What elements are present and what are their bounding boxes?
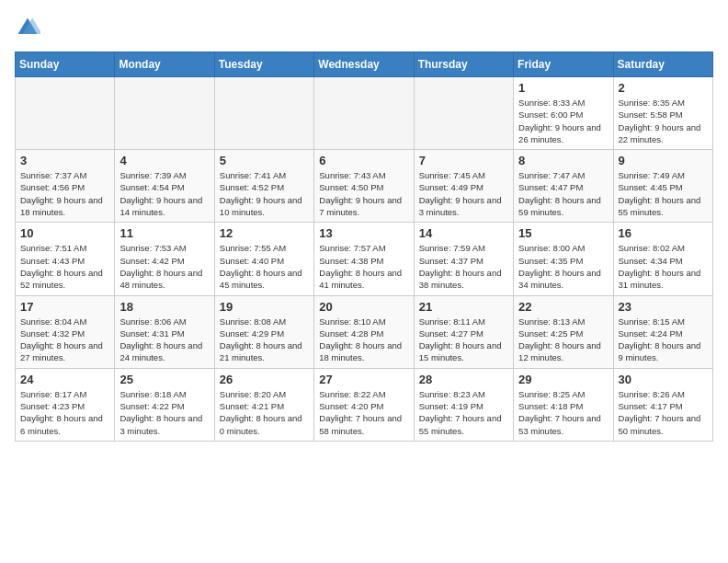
day-info-8: Sunrise: 7:47 AMSunset: 4:47 PMDaylight:… — [518, 169, 608, 218]
day-number-2: 2 — [619, 81, 708, 95]
day-info-3: Sunrise: 7:37 AMSunset: 4:56 PMDaylight:… — [20, 169, 109, 218]
day-number-27: 27 — [319, 373, 408, 386]
day-info-30: Sunrise: 8:26 AMSunset: 4:17 PMDaylight:… — [619, 388, 708, 437]
day-number-10: 10 — [20, 226, 109, 240]
day-info-17: Sunrise: 8:04 AMSunset: 4:32 PMDaylight:… — [20, 316, 109, 364]
calendar-cell-2-3: 13Sunrise: 7:57 AMSunset: 4:38 PMDayligh… — [314, 223, 414, 295]
calendar-cell-1-0: 3Sunrise: 7:37 AMSunset: 4:56 PMDaylight… — [16, 150, 115, 223]
calendar-cell-0-0 — [16, 77, 115, 150]
day-info-29: Sunrise: 8:25 AMSunset: 4:18 PMDaylight:… — [518, 388, 608, 437]
calendar-cell-1-1: 4Sunrise: 7:39 AMSunset: 4:54 PMDaylight… — [115, 150, 214, 223]
calendar-cell-3-3: 20Sunrise: 8:10 AMSunset: 4:28 PMDayligh… — [314, 295, 414, 368]
day-number-29: 29 — [518, 373, 608, 386]
calendar-cell-2-0: 10Sunrise: 7:51 AMSunset: 4:43 PMDayligh… — [16, 223, 115, 295]
day-number-18: 18 — [119, 300, 209, 314]
day-info-25: Sunrise: 8:18 AMSunset: 4:22 PMDaylight:… — [119, 388, 209, 437]
header — [15, 15, 713, 40]
calendar-cell-3-2: 19Sunrise: 8:08 AMSunset: 4:29 PMDayligh… — [214, 295, 313, 368]
calendar-cell-0-1 — [115, 77, 214, 150]
day-info-1: Sunrise: 8:33 AMSunset: 6:00 PMDaylight:… — [518, 97, 608, 145]
calendar-cell-4-3: 27Sunrise: 8:22 AMSunset: 4:20 PMDayligh… — [314, 368, 414, 441]
header-wednesday: Wednesday — [314, 52, 414, 77]
week-row-0: 1Sunrise: 8:33 AMSunset: 6:00 PMDaylight… — [16, 77, 713, 150]
calendar-cell-1-6: 9Sunrise: 7:49 AMSunset: 4:45 PMDaylight… — [613, 150, 712, 223]
day-number-6: 6 — [319, 154, 408, 167]
day-number-3: 3 — [20, 154, 109, 167]
day-number-16: 16 — [619, 226, 708, 240]
week-row-4: 24Sunrise: 8:17 AMSunset: 4:23 PMDayligh… — [16, 368, 713, 441]
day-number-9: 9 — [619, 154, 708, 167]
week-row-2: 10Sunrise: 7:51 AMSunset: 4:43 PMDayligh… — [16, 223, 713, 295]
calendar-cell-0-6: 2Sunrise: 8:35 AMSunset: 5:58 PMDaylight… — [613, 77, 712, 150]
day-number-14: 14 — [419, 226, 508, 240]
day-info-11: Sunrise: 7:53 AMSunset: 4:42 PMDaylight:… — [119, 242, 209, 291]
header-saturday: Saturday — [613, 52, 712, 77]
calendar-cell-0-4 — [414, 77, 513, 150]
calendar-cell-2-2: 12Sunrise: 7:55 AMSunset: 4:40 PMDayligh… — [214, 223, 313, 295]
calendar-body: 1Sunrise: 8:33 AMSunset: 6:00 PMDaylight… — [16, 77, 713, 442]
day-number-26: 26 — [220, 373, 309, 386]
calendar-table: SundayMondayTuesdayWednesdayThursdayFrid… — [15, 52, 713, 442]
day-number-22: 22 — [518, 300, 608, 314]
day-info-7: Sunrise: 7:45 AMSunset: 4:49 PMDaylight:… — [419, 169, 508, 218]
day-info-27: Sunrise: 8:22 AMSunset: 4:20 PMDaylight:… — [319, 388, 408, 437]
day-info-20: Sunrise: 8:10 AMSunset: 4:28 PMDaylight:… — [319, 316, 408, 364]
calendar-cell-3-5: 22Sunrise: 8:13 AMSunset: 4:25 PMDayligh… — [514, 295, 613, 368]
day-info-24: Sunrise: 8:17 AMSunset: 4:23 PMDaylight:… — [20, 388, 109, 437]
day-number-4: 4 — [119, 154, 209, 167]
logo-icon — [15, 15, 40, 40]
logo — [15, 15, 44, 40]
day-info-10: Sunrise: 7:51 AMSunset: 4:43 PMDaylight:… — [20, 242, 109, 291]
day-info-15: Sunrise: 8:00 AMSunset: 4:35 PMDaylight:… — [518, 242, 608, 291]
calendar-cell-4-5: 29Sunrise: 8:25 AMSunset: 4:18 PMDayligh… — [514, 368, 613, 441]
calendar-cell-3-1: 18Sunrise: 8:06 AMSunset: 4:31 PMDayligh… — [115, 295, 214, 368]
day-info-22: Sunrise: 8:13 AMSunset: 4:25 PMDaylight:… — [518, 316, 608, 364]
day-number-30: 30 — [619, 373, 708, 386]
day-number-12: 12 — [220, 226, 309, 240]
day-number-1: 1 — [518, 81, 608, 95]
calendar-cell-4-6: 30Sunrise: 8:26 AMSunset: 4:17 PMDayligh… — [613, 368, 712, 441]
calendar-cell-2-4: 14Sunrise: 7:59 AMSunset: 4:37 PMDayligh… — [414, 223, 513, 295]
day-info-4: Sunrise: 7:39 AMSunset: 4:54 PMDaylight:… — [119, 169, 209, 218]
day-info-12: Sunrise: 7:55 AMSunset: 4:40 PMDaylight:… — [220, 242, 309, 291]
header-tuesday: Tuesday — [214, 52, 313, 77]
calendar-header-row: SundayMondayTuesdayWednesdayThursdayFrid… — [16, 52, 713, 77]
day-number-25: 25 — [119, 373, 209, 386]
header-friday: Friday — [514, 52, 613, 77]
week-row-3: 17Sunrise: 8:04 AMSunset: 4:32 PMDayligh… — [16, 295, 713, 368]
day-number-20: 20 — [319, 300, 408, 314]
day-number-17: 17 — [20, 300, 109, 314]
calendar-cell-3-6: 23Sunrise: 8:15 AMSunset: 4:24 PMDayligh… — [613, 295, 712, 368]
week-row-1: 3Sunrise: 7:37 AMSunset: 4:56 PMDaylight… — [16, 150, 713, 223]
calendar-cell-1-4: 7Sunrise: 7:45 AMSunset: 4:49 PMDaylight… — [414, 150, 513, 223]
calendar-cell-4-1: 25Sunrise: 8:18 AMSunset: 4:22 PMDayligh… — [115, 368, 214, 441]
header-thursday: Thursday — [414, 52, 513, 77]
day-info-6: Sunrise: 7:43 AMSunset: 4:50 PMDaylight:… — [319, 169, 408, 218]
day-info-14: Sunrise: 7:59 AMSunset: 4:37 PMDaylight:… — [419, 242, 508, 291]
calendar-cell-3-0: 17Sunrise: 8:04 AMSunset: 4:32 PMDayligh… — [16, 295, 115, 368]
day-number-7: 7 — [419, 154, 508, 167]
day-number-5: 5 — [220, 154, 309, 167]
calendar-cell-0-5: 1Sunrise: 8:33 AMSunset: 6:00 PMDaylight… — [514, 77, 613, 150]
day-info-23: Sunrise: 8:15 AMSunset: 4:24 PMDaylight:… — [619, 316, 708, 364]
calendar-cell-2-5: 15Sunrise: 8:00 AMSunset: 4:35 PMDayligh… — [514, 223, 613, 295]
day-info-21: Sunrise: 8:11 AMSunset: 4:27 PMDaylight:… — [419, 316, 508, 364]
day-number-24: 24 — [20, 373, 109, 386]
header-monday: Monday — [115, 52, 214, 77]
calendar-cell-4-0: 24Sunrise: 8:17 AMSunset: 4:23 PMDayligh… — [16, 368, 115, 441]
day-number-15: 15 — [518, 226, 608, 240]
calendar-cell-0-3 — [314, 77, 414, 150]
day-number-28: 28 — [419, 373, 508, 386]
day-info-28: Sunrise: 8:23 AMSunset: 4:19 PMDaylight:… — [419, 388, 508, 437]
day-number-21: 21 — [419, 300, 508, 314]
day-number-11: 11 — [119, 226, 209, 240]
calendar-cell-2-1: 11Sunrise: 7:53 AMSunset: 4:42 PMDayligh… — [115, 223, 214, 295]
day-info-16: Sunrise: 8:02 AMSunset: 4:34 PMDaylight:… — [619, 242, 708, 291]
day-number-13: 13 — [319, 226, 408, 240]
day-number-8: 8 — [518, 154, 608, 167]
day-info-5: Sunrise: 7:41 AMSunset: 4:52 PMDaylight:… — [220, 169, 309, 218]
calendar-cell-1-3: 6Sunrise: 7:43 AMSunset: 4:50 PMDaylight… — [314, 150, 414, 223]
calendar-cell-2-6: 16Sunrise: 8:02 AMSunset: 4:34 PMDayligh… — [613, 223, 712, 295]
calendar-cell-0-2 — [214, 77, 313, 150]
day-info-19: Sunrise: 8:08 AMSunset: 4:29 PMDaylight:… — [220, 316, 309, 364]
